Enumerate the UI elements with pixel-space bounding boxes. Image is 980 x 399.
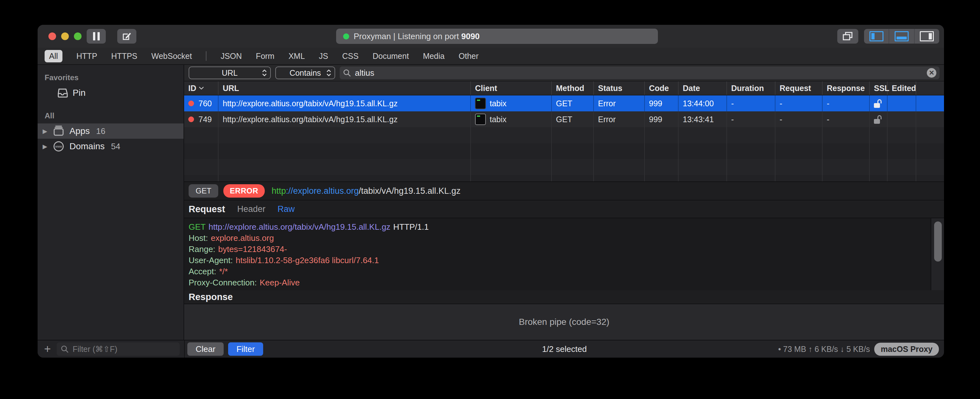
tab-all[interactable]: All (45, 50, 62, 62)
search-input[interactable] (354, 68, 924, 78)
table-row[interactable]: 749 http://explore.altius.org/tabix/vA/h… (184, 111, 944, 127)
ssl-cell (870, 111, 888, 127)
scrollbar-thumb[interactable] (934, 222, 942, 261)
filter-button[interactable]: Filter (228, 342, 263, 356)
method-cell: GET (552, 111, 594, 127)
sidebar-filter-input[interactable] (72, 344, 176, 354)
client-cell: tabix (471, 111, 552, 127)
close-window-button[interactable] (48, 32, 56, 40)
tab-other[interactable]: Other (458, 52, 479, 61)
sidebar-item-label: Apps (70, 126, 90, 136)
pin-tray-icon (56, 88, 69, 98)
filler-cell (916, 95, 944, 111)
record-dot-icon (188, 101, 194, 106)
proxy-mode-badge[interactable]: macOS Proxy (874, 343, 939, 356)
request-cell: - (775, 95, 822, 111)
column-header-response[interactable]: Response (822, 81, 870, 95)
tab-css[interactable]: CSS (342, 52, 358, 61)
content-type-tabbar: All HTTP HTTPS WebSocket JSON Form XML J… (38, 48, 944, 65)
pause-icon (93, 32, 100, 40)
sidebar-filter-field[interactable] (57, 342, 180, 356)
header-line: Range:bytes=121843674- (189, 244, 926, 255)
panel-layout-segmented-control (864, 29, 939, 44)
column-header-request[interactable]: Request (775, 81, 822, 95)
traffic-lights (48, 32, 81, 40)
panel-right-icon (920, 31, 934, 41)
sidebar: Favorites Pin All ▶ (38, 65, 184, 340)
window-title: Proxyman | Listening on port 9090 (336, 28, 658, 44)
column-header-date[interactable]: Date (679, 81, 727, 95)
column-header-filler (916, 81, 944, 95)
edited-cell (888, 111, 916, 127)
column-header-code[interactable]: Code (645, 81, 679, 95)
toggle-right-panel-button[interactable] (914, 29, 939, 44)
toggle-bottom-panel-button[interactable] (889, 29, 914, 44)
toggle-left-panel-button[interactable] (864, 29, 889, 44)
tab-http[interactable]: HTTP (76, 52, 97, 61)
bottombar: + Clear Filter 1/2 selected • 73 MB ↑ 6 … (38, 340, 944, 358)
filter-operator-value: Contains (290, 68, 321, 78)
tab-form[interactable]: Form (256, 52, 274, 61)
column-header-edited[interactable]: Edited (888, 81, 916, 95)
raw-request-view[interactable]: GEThttp://explore.altius.org/tabix/vA/hg… (184, 218, 944, 290)
filter-field-select[interactable]: URL (189, 66, 271, 79)
header-line: Host:explore.altius.org (189, 233, 926, 244)
minimize-window-button[interactable] (61, 32, 69, 40)
clear-search-icon[interactable]: ✕ (927, 68, 936, 78)
url-cell: http://explore.altius.org/tabix/vA/hg19.… (218, 95, 471, 111)
column-header-status[interactable]: Status (594, 81, 645, 95)
request-tabs: Request Header Raw (184, 201, 944, 218)
compose-request-button[interactable] (117, 29, 136, 44)
clear-button[interactable]: Clear (187, 342, 224, 356)
scrollbar-track[interactable] (931, 218, 944, 290)
url-cell: http://explore.altius.org/tabix/vA/hg19.… (218, 111, 471, 127)
tab-xml[interactable]: XML (288, 52, 305, 61)
request-table: 760 http://explore.altius.org/tabix/vA/h… (184, 95, 944, 181)
disclosure-icon[interactable]: ▶ (38, 128, 52, 135)
header-line: Proxy-Connection:Keep-Alive (189, 277, 926, 288)
panel-bottom-icon (895, 31, 908, 41)
request-cell: - (775, 111, 822, 127)
tab-document[interactable]: Document (372, 52, 409, 61)
tab-websocket[interactable]: WebSocket (151, 52, 192, 61)
add-filter-button[interactable]: + (42, 343, 53, 355)
tab-media[interactable]: Media (423, 52, 444, 61)
titlebar: Proxyman | Listening on port 9090 (38, 25, 944, 48)
pause-capture-button[interactable] (87, 29, 106, 44)
response-body: Broken pipe (code=32) (184, 304, 944, 340)
url-search-field[interactable]: ✕ (340, 66, 940, 79)
filter-operator-select[interactable]: Contains (275, 66, 335, 79)
disclosure-icon[interactable]: ▶ (38, 143, 52, 150)
column-header-url[interactable]: URL (218, 81, 471, 95)
new-window-icon (842, 31, 853, 41)
empty-table-row (184, 175, 944, 181)
column-header-id[interactable]: ID (184, 81, 218, 95)
tab-header[interactable]: Header (237, 204, 266, 214)
compose-icon (122, 31, 132, 41)
column-header-duration[interactable]: Duration (727, 81, 775, 95)
status-cell: Error (594, 95, 645, 111)
sidebar-item-domains[interactable]: ▶ www Domains 54 (38, 139, 183, 154)
client-terminal-icon (475, 114, 486, 125)
tab-json[interactable]: JSON (221, 52, 242, 61)
panel-left-icon (869, 31, 883, 41)
tab-https[interactable]: HTTPS (111, 52, 137, 61)
detail-url: http://explore.altius.org/tabix/vA/hg19.… (272, 186, 461, 196)
column-header-method[interactable]: Method (552, 81, 594, 95)
sidebar-item-apps[interactable]: ▶ Apps 16 (38, 124, 183, 139)
sidebar-item-pin[interactable]: Pin (38, 85, 183, 101)
date-cell: 13:44:00 (679, 95, 727, 111)
detail-panel: GET ERROR http://explore.altius.org/tabi… (184, 181, 944, 340)
column-header-client[interactable]: Client (471, 81, 552, 95)
column-header-ssl[interactable]: SSL (870, 81, 888, 95)
apps-count: 16 (96, 126, 105, 136)
tab-js[interactable]: JS (319, 52, 328, 61)
status-dot-icon (343, 33, 349, 40)
table-row[interactable]: 760 http://explore.altius.org/tabix/vA/h… (184, 95, 944, 111)
title-text: Proxyman | Listening on port 9090 (354, 32, 480, 41)
zoom-window-button[interactable] (74, 32, 81, 40)
tab-raw[interactable]: Raw (277, 204, 295, 214)
request-line: GEThttp://explore.altius.org/tabix/vA/hg… (189, 222, 926, 233)
new-window-button[interactable] (837, 29, 858, 44)
response-section-title: Response (184, 290, 944, 304)
